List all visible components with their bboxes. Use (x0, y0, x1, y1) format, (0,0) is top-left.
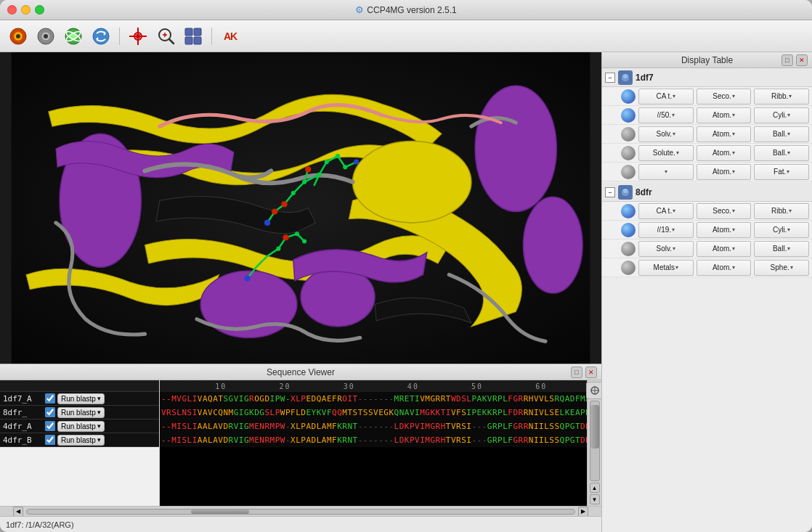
svg-rect-22 (185, 37, 192, 44)
seq-check-1df7a[interactable] (45, 393, 55, 404)
ak-button[interactable]: AK (218, 24, 243, 49)
display-table-panel: Display Table □ ✕ − (601, 52, 812, 532)
crosshair-icon (128, 26, 148, 46)
seq-check-4dfra[interactable] (45, 421, 55, 431)
dt-cell-1df7-50-col1[interactable]: //50. ▾ (638, 107, 694, 123)
seq-id-1df7a: 1df7_A (3, 394, 43, 404)
dt-cell-8dfr-19-col1[interactable]: //19. ▾ (638, 222, 694, 238)
dt-cell-1df7-extra-col2[interactable]: Atom. ▾ (697, 164, 752, 180)
3d-viewer[interactable]: CA CA (0, 52, 601, 364)
seq-zoom-button[interactable] (586, 382, 602, 399)
dt-cell-8dfr-solv-col1[interactable]: Solv. ▾ (638, 241, 694, 257)
eye2-button[interactable] (33, 24, 58, 49)
dt-cell-1df7-solute-col2[interactable]: Atom. ▾ (697, 145, 752, 161)
sequence-data[interactable]: 10 20 30 40 50 60 70 80 90 100 11 --M (160, 380, 587, 506)
zoom-button[interactable] (153, 24, 178, 49)
seq-label-row-4dfra: 4dfr_A Run blastp ▾ (0, 420, 159, 433)
dt-cell-8dfr-cat-col1[interactable]: CA t. ▾ (638, 203, 694, 219)
dt-close-button[interactable]: ✕ (796, 54, 808, 66)
svg-point-48 (291, 191, 296, 195)
dt-cell-1df7-cat-col3[interactable]: Ribb. ▾ (754, 89, 809, 105)
dt-group-header-1df7: − 1df7 (602, 68, 812, 87)
dt-icon-8dfr-solv (621, 242, 636, 256)
dt-expand-8dfr[interactable]: − (605, 187, 615, 197)
seq-left-button[interactable]: ◀ (13, 507, 23, 517)
svg-rect-20 (185, 28, 192, 36)
status-text: 1df7: /1/A/32(ARG) (6, 520, 74, 529)
seq-restore-button[interactable]: □ (571, 367, 582, 378)
display-table-title: Display Table (681, 55, 733, 65)
sequence-ruler: 10 20 30 40 50 60 70 80 90 100 11 (160, 380, 587, 392)
dt-cell-1df7-solute-col3[interactable]: Ball. ▾ (754, 145, 809, 161)
dt-cell-8dfr-metals-col2[interactable]: Atom. ▾ (697, 260, 752, 276)
dt-cell-8dfr-solv-col2[interactable]: Atom. ▾ (697, 241, 752, 257)
maximize-button[interactable] (35, 5, 44, 15)
dt-cell-1df7-cat-col1[interactable]: CA t. ▾ (638, 89, 694, 105)
seq-right-button[interactable]: ▶ (578, 507, 588, 517)
dt-cell-8dfr-19-col3[interactable]: Cyli. ▾ (754, 222, 809, 238)
grid-button[interactable] (181, 24, 206, 49)
dt-row-8dfr-19: //19. ▾ Atom. ▾ Cyli. ▾ (602, 221, 812, 240)
seq-up-button[interactable]: ▲ (590, 483, 600, 493)
dt-cell-1df7-50-col2[interactable]: Atom. ▾ (697, 107, 752, 123)
main-window: ⚙ CCP4MG version 2.5.1 (0, 0, 812, 532)
main-area: CA CA Sequence Viewer □ ✕ (0, 52, 812, 532)
dt-cell-8dfr-19-col2[interactable]: Atom. ▾ (697, 222, 752, 238)
seq-close-button[interactable]: ✕ (585, 367, 597, 378)
dt-expand-1df7[interactable]: − (605, 73, 615, 83)
seq-blastp-4dfra[interactable]: Run blastp ▾ (57, 421, 105, 432)
seq-check-8dfr[interactable] (45, 407, 55, 417)
sequence-viewer-header: Sequence Viewer □ ✕ (0, 364, 601, 380)
eye1-button[interactable] (6, 24, 31, 49)
sequence-vscrollbar[interactable] (590, 401, 600, 481)
dt-cell-8dfr-cat-col3[interactable]: Ribb. ▾ (754, 203, 809, 219)
sequence-text-8dfr: VRSLNSIVAVCQNMGIGKDGSLPWPFLDEYKVFQQMTSTS… (161, 408, 587, 417)
dt-restore-button[interactable]: □ (781, 54, 793, 66)
display-table-header: Display Table □ ✕ (602, 52, 812, 68)
dt-row-1df7-50: //50. ▾ Atom. ▾ Cyli. ▾ (602, 106, 812, 125)
dt-cell-1df7-solute-col1[interactable]: Solute. ▾ (638, 145, 694, 161)
titlebar: ⚙ CCP4MG version 2.5.1 (0, 0, 812, 20)
svg-point-7 (70, 33, 77, 40)
dt-cell-8dfr-metals-col3[interactable]: Sphe. ▾ (754, 260, 809, 276)
dt-group-header-8dfr: − 8dfr (602, 183, 812, 202)
seq-check-4dfrb[interactable] (45, 435, 55, 445)
seq-blastp-4dfrb[interactable]: Run blastp ▾ (57, 435, 105, 446)
dt-cell-8dfr-metals-col1[interactable]: Metals ▾ (638, 260, 694, 276)
display-table-content: − 1df7 (602, 68, 812, 532)
separator2 (211, 28, 212, 45)
sequence-row-4dfra: --MISLIAALAVDRVIGMENRMPW-XLPADLAMFKRNT--… (160, 420, 587, 433)
close-button[interactable] (7, 5, 17, 15)
dt-cell-1df7-solv-col1[interactable]: Solv. ▾ (638, 126, 694, 142)
rotate-icon (91, 26, 111, 46)
display-table-controls: □ ✕ (781, 54, 808, 66)
hscroll-track[interactable] (26, 509, 575, 515)
atom-button[interactable] (61, 24, 86, 49)
sequence-row-1df7a: --MVGLIVAQATSGVIGROGDIPW-XLPEDQAEFROIT--… (160, 392, 587, 406)
sequence-viewer-controls: □ ✕ (571, 367, 597, 378)
seq-blastp-1df7a[interactable]: Run blastp ▾ (57, 393, 105, 404)
svg-point-44 (264, 220, 270, 226)
svg-point-62 (295, 232, 299, 236)
dt-cell-1df7-extra-col3[interactable]: Fat. ▾ (754, 164, 809, 180)
seq-down-button[interactable]: ▼ (590, 494, 600, 504)
rotate-button[interactable] (89, 24, 113, 49)
dt-cell-8dfr-solv-col3[interactable]: Ball. ▾ (754, 241, 809, 257)
dt-cell-8dfr-cat-col2[interactable]: Seco. ▾ (697, 203, 752, 219)
crosshair-button[interactable] (126, 24, 150, 49)
seq-blastp-8dfr[interactable]: Run blastp ▾ (57, 407, 105, 418)
dt-group-name-1df7: 1df7 (636, 73, 654, 83)
dt-cell-1df7-cat-col2[interactable]: Seco. ▾ (697, 89, 752, 105)
svg-point-47 (343, 165, 347, 169)
seq-label-row-4dfrb: 4dfr_B Run blastp ▾ (0, 433, 159, 447)
dt-cell-1df7-solv-col3[interactable]: Ball. ▾ (754, 126, 809, 142)
dt-cell-1df7-extra-col1[interactable]: ▾ (638, 164, 694, 180)
toolbar: AK (0, 20, 812, 52)
dt-cell-1df7-50-col3[interactable]: Cyli. ▾ (754, 107, 809, 123)
minimize-button[interactable] (21, 5, 31, 15)
svg-point-25 (353, 142, 471, 223)
dt-cell-1df7-solv-col2[interactable]: Atom. ▾ (697, 126, 752, 142)
dt-icon-8dfr-cat (621, 204, 636, 218)
window-title: ⚙ CCP4MG version 2.5.1 (355, 4, 456, 15)
protein-visualization: CA CA (0, 52, 601, 364)
